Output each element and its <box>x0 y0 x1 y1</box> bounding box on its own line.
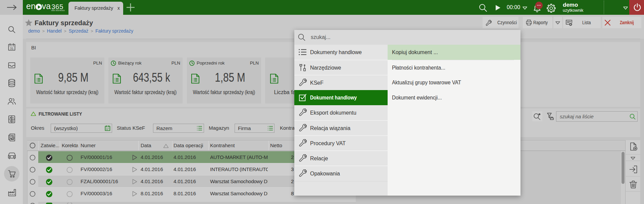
svg-text:31: 31 <box>10 46 14 50</box>
